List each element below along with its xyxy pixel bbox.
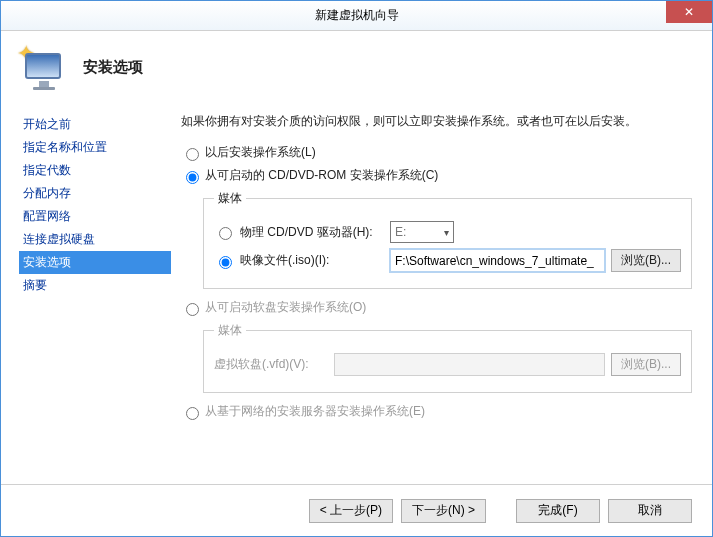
sidebar-item-label: 指定代数	[23, 163, 71, 177]
previous-button[interactable]: < 上一步(P)	[309, 499, 393, 523]
close-button[interactable]: ✕	[666, 1, 712, 23]
sidebar-item-vhd[interactable]: 连接虚拟硬盘	[19, 228, 171, 251]
intro-text: 如果你拥有对安装介质的访问权限，则可以立即安装操作系统。或者也可在以后安装。	[181, 113, 692, 130]
vfd-row: 虚拟软盘(.vfd)(V): 浏览(B)...	[214, 353, 681, 376]
sidebar-item-label: 安装选项	[23, 255, 71, 269]
sidebar-item-label: 分配内存	[23, 186, 71, 200]
radio-install-later[interactable]	[186, 148, 199, 161]
group-legend: 媒体	[214, 322, 246, 339]
button-label: 浏览(B)...	[621, 252, 671, 269]
vfd-label: 虚拟软盘(.vfd)(V):	[214, 356, 334, 373]
sidebar-item-label: 配置网络	[23, 209, 71, 223]
option-label: 以后安装操作系统(L)	[205, 144, 316, 161]
radio-install-floppy[interactable]	[186, 303, 199, 316]
sidebar-item-label: 连接虚拟硬盘	[23, 232, 95, 246]
physical-drive-label: 物理 CD/DVD 驱动器(H):	[240, 224, 390, 241]
option-install-network[interactable]: 从基于网络的安装服务器安装操作系统(E)	[181, 403, 692, 420]
next-button[interactable]: 下一步(N) >	[401, 499, 486, 523]
physical-drive-row: 物理 CD/DVD 驱动器(H): E: ▾	[214, 221, 681, 243]
drive-value: E:	[395, 225, 406, 239]
wizard-header: ✦ 安装选项	[1, 31, 712, 103]
close-icon: ✕	[684, 5, 694, 19]
sidebar-item-network[interactable]: 配置网络	[19, 205, 171, 228]
option-label: 从可启动的 CD/DVD-ROM 安装操作系统(C)	[205, 167, 438, 184]
vfd-path-input	[334, 353, 605, 376]
cancel-button[interactable]: 取消	[608, 499, 692, 523]
finish-button[interactable]: 完成(F)	[516, 499, 600, 523]
group-legend: 媒体	[214, 190, 246, 207]
wizard-steps-sidebar: 开始之前 指定名称和位置 指定代数 分配内存 配置网络 连接虚拟硬盘 安装选项 …	[1, 103, 171, 463]
cd-media-group: 媒体 物理 CD/DVD 驱动器(H): E: ▾ 映像文件(.iso)(I):…	[203, 190, 692, 289]
wizard-content: 如果你拥有对安装介质的访问权限，则可以立即安装操作系统。或者也可在以后安装。 以…	[171, 103, 712, 463]
sidebar-item-generation[interactable]: 指定代数	[19, 159, 171, 182]
browse-vfd-button: 浏览(B)...	[611, 353, 681, 376]
button-label: 完成(F)	[538, 502, 577, 519]
button-label: 下一步(N) >	[412, 502, 475, 519]
sidebar-item-summary[interactable]: 摘要	[19, 274, 171, 297]
sidebar-item-label: 开始之前	[23, 117, 71, 131]
button-label: 浏览(B)...	[621, 356, 671, 373]
button-label: 取消	[638, 502, 662, 519]
button-label: < 上一步(P)	[320, 502, 382, 519]
option-install-floppy[interactable]: 从可启动软盘安装操作系统(O)	[181, 299, 692, 316]
browse-iso-button[interactable]: 浏览(B)...	[611, 249, 681, 272]
sidebar-item-name-location[interactable]: 指定名称和位置	[19, 136, 171, 159]
radio-install-network[interactable]	[186, 407, 199, 420]
option-install-later[interactable]: 以后安装操作系统(L)	[181, 144, 692, 161]
wizard-footer: < 上一步(P) 下一步(N) > 完成(F) 取消	[1, 484, 712, 536]
sidebar-item-label: 指定名称和位置	[23, 140, 107, 154]
wizard-icon: ✦	[21, 45, 65, 89]
sidebar-item-before-begin[interactable]: 开始之前	[19, 113, 171, 136]
drive-select[interactable]: E: ▾	[390, 221, 454, 243]
option-label: 从可启动软盘安装操作系统(O)	[205, 299, 366, 316]
floppy-media-group: 媒体 虚拟软盘(.vfd)(V): 浏览(B)...	[203, 322, 692, 393]
radio-physical-drive[interactable]	[219, 227, 232, 240]
option-install-cd[interactable]: 从可启动的 CD/DVD-ROM 安装操作系统(C)	[181, 167, 692, 184]
sidebar-item-label: 摘要	[23, 278, 47, 292]
title-bar: 新建虚拟机向导 ✕	[1, 1, 712, 31]
chevron-down-icon: ▾	[444, 227, 449, 238]
wizard-window: 新建虚拟机向导 ✕ ✦ 安装选项 开始之前 指定名称和位置 指定代数 分配内存 …	[0, 0, 713, 537]
iso-path-input[interactable]	[390, 249, 605, 272]
radio-iso-file[interactable]	[219, 256, 232, 269]
iso-file-row: 映像文件(.iso)(I): 浏览(B)...	[214, 249, 681, 272]
option-label: 从基于网络的安装服务器安装操作系统(E)	[205, 403, 425, 420]
window-title: 新建虚拟机向导	[315, 7, 399, 24]
radio-install-cd[interactable]	[186, 171, 199, 184]
iso-file-label: 映像文件(.iso)(I):	[240, 252, 390, 269]
page-title: 安装选项	[83, 58, 143, 77]
sidebar-item-memory[interactable]: 分配内存	[19, 182, 171, 205]
sidebar-item-install-options[interactable]: 安装选项	[19, 251, 171, 274]
